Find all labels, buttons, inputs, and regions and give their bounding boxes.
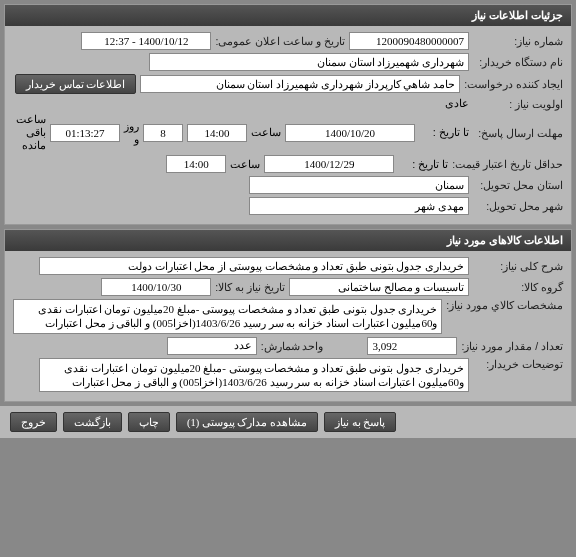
qty-field[interactable] (367, 337, 457, 355)
requester-field[interactable] (140, 75, 460, 93)
deadline-label: مهلت ارسال پاسخ: (473, 127, 563, 139)
panel-header-need-info: جزئیات اطلاعات نیاز (5, 5, 571, 26)
action-bar: پاسخ به نیاز مشاهده مدارک پیوستی (1) چاپ… (0, 406, 576, 438)
announce-field[interactable] (81, 32, 211, 50)
buyer-notes-field[interactable] (39, 358, 469, 393)
to-date-label-2: تا تاریخ : (398, 158, 448, 171)
to-date-label: تا تاریخ : (419, 126, 469, 139)
view-attachments-button[interactable]: مشاهده مدارک پیوستی (1) (176, 412, 318, 432)
time-label-1: ساعت (251, 126, 281, 139)
unit-label: واحد شمارش: (261, 340, 324, 352)
unit-field[interactable] (167, 337, 257, 355)
credit-time-field[interactable] (166, 155, 226, 173)
priority-value: عادی (445, 97, 469, 110)
delivery-province-field[interactable] (249, 176, 469, 194)
qty-label: تعداد / مقدار مورد نیاز: (461, 340, 563, 352)
buyer-notes-label: توضیحات خریدار: (473, 358, 563, 370)
goods-panel: اطلاعات کالاهای مورد نیاز شرح کلی نیاز: … (4, 229, 572, 402)
req-no-label: شماره نیاز: (473, 35, 563, 47)
need-info-panel: جزئیات اطلاعات نیاز شماره نیاز: تاریخ و … (4, 4, 572, 225)
announce-label: تاریخ و ساعت اعلان عمومی: (215, 35, 345, 47)
desc-field[interactable] (39, 257, 469, 275)
need-date-label: تاریخ نیاز به کالا: (215, 281, 285, 293)
remain-label: ساعت باقی مانده (13, 113, 46, 152)
back-button[interactable]: بازگشت (63, 412, 122, 432)
buyer-label: نام دستگاه خریدار: (473, 56, 563, 68)
spec-field[interactable] (13, 299, 442, 334)
priority-label: اولویت نیاز : (473, 98, 563, 110)
delivery-city-field[interactable] (249, 197, 469, 215)
need-info-body: شماره نیاز: تاریخ و ساعت اعلان عمومی: نا… (5, 26, 571, 224)
countdown-field[interactable] (50, 124, 120, 142)
need-date-field[interactable] (101, 278, 211, 296)
delivery-province-label: استان محل تحویل: (473, 179, 563, 191)
print-button[interactable]: چاپ (128, 412, 170, 432)
requester-label: ایجاد کننده درخواست: (464, 78, 563, 90)
goods-body: شرح کلی نیاز: گروه کالا: تاریخ نیاز به ک… (5, 251, 571, 401)
credit-date-field[interactable] (264, 155, 394, 173)
buyer-field[interactable] (149, 53, 469, 71)
delivery-city-label: شهر محل تحویل: (473, 200, 563, 212)
panel-header-goods: اطلاعات کالاهای مورد نیاز (5, 230, 571, 251)
group-label: گروه کالا: (473, 281, 563, 293)
deadline-date-field[interactable] (285, 124, 415, 142)
credit-label: حداقل تاریخ اعتبار قیمت: (452, 158, 563, 170)
req-no-field[interactable] (349, 32, 469, 50)
deadline-time-field[interactable] (187, 124, 247, 142)
exit-button[interactable]: خروج (10, 412, 57, 432)
days-remain-field[interactable] (143, 124, 183, 142)
contact-buyer-button[interactable]: اطلاعات تماس خریدار (15, 74, 136, 94)
spec-label: مشخصات کالاي مورد نیاز: (446, 299, 563, 311)
group-field[interactable] (289, 278, 469, 296)
reply-button[interactable]: پاسخ به نیاز (324, 412, 396, 432)
desc-label: شرح کلی نیاز: (473, 260, 563, 272)
days-label: روز و (124, 120, 139, 146)
time-label-2: ساعت (230, 158, 260, 171)
